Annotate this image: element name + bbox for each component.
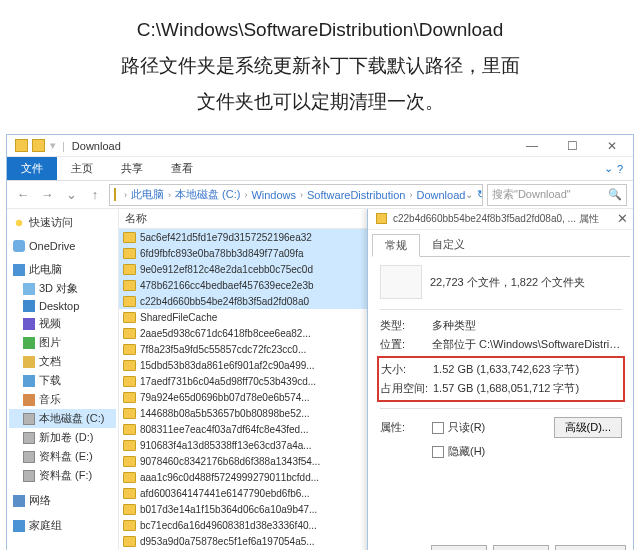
readonly-label: 只读(R)	[448, 420, 485, 435]
breadcrumb[interactable]: › 此电脑› 本地磁盘 (C:)› Windows› SoftwareDistr…	[109, 184, 483, 206]
folder-icon	[123, 520, 136, 531]
apply-button[interactable]: 应用(A)	[555, 545, 626, 550]
value-size: 1.52 GB (1,633,742,623 字节)	[433, 362, 621, 377]
sidebar-item[interactable]: 新加卷 (D:)	[9, 428, 116, 447]
label-size-on-disk: 占用空间:	[381, 381, 433, 396]
sidebar-item-local-disk-c[interactable]: 本地磁盘 (C:)	[9, 409, 116, 428]
value-size-on-disk: 1.57 GB (1,688,051,712 字节)	[433, 381, 621, 396]
window-title: Download	[72, 140, 121, 152]
hidden-checkbox[interactable]	[432, 446, 444, 458]
tab-home[interactable]: 主页	[57, 157, 107, 180]
properties-dialog: c22b4d660bb54be24f8b3f5ad2fd08a0, ... 属性…	[367, 209, 633, 550]
folder-icon	[123, 488, 136, 499]
sidebar-item[interactable]: 图片	[9, 333, 116, 352]
sidebar-onedrive[interactable]: OneDrive	[9, 238, 116, 254]
back-button[interactable]: ←	[13, 185, 33, 205]
explorer-window: ▾ | Download — ☐ ✕ 文件 主页 共享 查看 ⌄ ? ← → ⌄…	[6, 134, 634, 550]
dialog-tabs: 常规 自定义	[368, 230, 633, 257]
folder-stack-icon	[380, 265, 422, 299]
label-attributes: 属性:	[380, 420, 432, 435]
refresh-icon[interactable]: ↻	[477, 188, 483, 201]
folder-icon	[32, 139, 45, 152]
sidebar-item[interactable]: 视频	[9, 314, 116, 333]
sidebar-item[interactable]: 文档	[9, 352, 116, 371]
folder-icon	[123, 424, 136, 435]
value-type: 多种类型	[432, 318, 622, 333]
cancel-button[interactable]: 取消	[493, 545, 549, 550]
search-icon: 🔍	[608, 188, 622, 201]
folder-icon	[123, 248, 136, 259]
advanced-button[interactable]: 高级(D)...	[554, 417, 622, 438]
folder-icon	[123, 536, 136, 547]
sidebar-this-pc[interactable]: 此电脑	[9, 260, 116, 279]
folder-icon	[123, 312, 136, 323]
folder-icon	[123, 264, 136, 275]
minimize-button[interactable]: —	[517, 137, 547, 155]
sidebar-item[interactable]: 音乐	[9, 390, 116, 409]
sidebar-item[interactable]: Desktop	[9, 298, 116, 314]
tab-file[interactable]: 文件	[7, 157, 57, 180]
folder-icon	[123, 408, 136, 419]
folder-icon	[123, 360, 136, 371]
sidebar-item[interactable]: 资料盘 (F:)	[9, 466, 116, 485]
folder-icon	[123, 280, 136, 291]
sidebar-homegroup[interactable]: 家庭组	[9, 516, 116, 535]
tab-custom[interactable]: 自定义	[420, 234, 477, 257]
folder-icon	[123, 456, 136, 467]
sidebar-item[interactable]: 3D 对象	[9, 279, 116, 298]
folder-icon	[123, 392, 136, 403]
search-placeholder: 搜索"Download"	[492, 187, 571, 202]
label-size: 大小:	[381, 362, 433, 377]
bc-segment[interactable]: SoftwareDistribution	[307, 189, 405, 201]
label-type: 类型:	[380, 318, 432, 333]
folder-icon	[123, 376, 136, 387]
separator: ▾	[50, 139, 56, 152]
tab-general[interactable]: 常规	[372, 234, 420, 257]
sidebar-network[interactable]: 网络	[9, 491, 116, 510]
forward-button[interactable]: →	[37, 185, 57, 205]
sidebar-item[interactable]: 下载	[9, 371, 116, 390]
tab-share[interactable]: 共享	[107, 157, 157, 180]
bc-segment[interactable]: Windows	[251, 189, 296, 201]
ribbon-expand-icon[interactable]: ⌄ ?	[594, 157, 633, 180]
address-bar-row: ← → ⌄ ↑ › 此电脑› 本地磁盘 (C:)› Windows› Softw…	[7, 181, 633, 209]
folder-icon	[123, 440, 136, 451]
bc-segment[interactable]: Download	[416, 189, 465, 201]
folder-icon	[123, 296, 136, 307]
hidden-label: 隐藏(H)	[448, 444, 485, 459]
tab-view[interactable]: 查看	[157, 157, 207, 180]
sidebar-quick-access[interactable]: 快速访问	[9, 213, 116, 232]
maximize-button[interactable]: ☐	[557, 137, 587, 155]
folder-icon	[15, 139, 28, 152]
folder-icon	[123, 504, 136, 515]
dropdown-icon[interactable]: ⌄	[465, 189, 473, 200]
folder-icon	[123, 232, 136, 243]
value-location: 全部位于 C:\Windows\SoftwareDistribution\Dow…	[432, 337, 622, 352]
titlebar: ▾ | Download — ☐ ✕	[7, 135, 633, 157]
file-count-summary: 22,723 个文件，1,822 个文件夹	[430, 275, 585, 290]
separator: |	[62, 140, 65, 152]
recent-dropdown-icon[interactable]: ⌄	[61, 185, 81, 205]
dialog-title: c22b4d660bb54be24f8b3f5ad2fd08a0, ... 属性	[393, 212, 599, 226]
ribbon-tabs: 文件 主页 共享 查看 ⌄ ?	[7, 157, 633, 181]
folder-icon	[123, 472, 136, 483]
folder-icon	[123, 344, 136, 355]
ok-button[interactable]: 确定	[431, 545, 487, 550]
caption-line: 文件夹也可以定期清理一次。	[40, 84, 600, 120]
readonly-checkbox[interactable]	[432, 422, 444, 434]
file-list: 名称 修改日期 类 5ac6ef421d5fd1e79d3157252196ea…	[119, 209, 633, 550]
folder-icon	[114, 188, 116, 201]
close-button[interactable]: ✕	[597, 137, 627, 155]
search-input[interactable]: 搜索"Download" 🔍	[487, 184, 627, 206]
window-controls: — ☐ ✕	[517, 137, 627, 155]
dialog-titlebar: c22b4d660bb54be24f8b3f5ad2fd08a0, ... 属性…	[368, 209, 633, 230]
caption-line: C:\Windows\SoftwareDistribution\Download	[40, 12, 600, 48]
bc-segment[interactable]: 此电脑	[131, 187, 164, 202]
folder-icon	[123, 328, 136, 339]
sidebar-item[interactable]: 资料盘 (E:)	[9, 447, 116, 466]
dialog-close-button[interactable]: ✕	[617, 211, 628, 226]
up-button[interactable]: ↑	[85, 185, 105, 205]
highlighted-size-box: 大小:1.52 GB (1,633,742,623 字节) 占用空间:1.57 …	[377, 356, 625, 402]
navigation-pane: 快速访问 OneDrive 此电脑 3D 对象 Desktop 视频 图片 文档…	[7, 209, 119, 550]
bc-segment[interactable]: 本地磁盘 (C:)	[175, 187, 240, 202]
